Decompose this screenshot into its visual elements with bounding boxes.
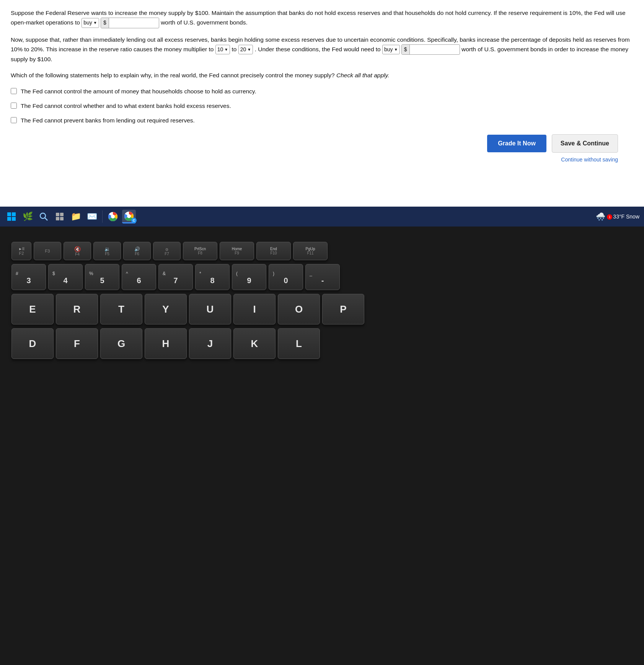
key-t[interactable]: T — [100, 294, 142, 324]
weather-text: 33°F Snow — [613, 214, 639, 220]
weather-icon: 🌨️ — [596, 212, 605, 221]
svg-point-13 — [127, 214, 131, 218]
key-f4[interactable]: 🔇 F4 — [64, 242, 91, 260]
leaf-taskbar-icon[interactable]: 🌿 — [21, 210, 34, 223]
svg-rect-8 — [56, 217, 59, 220]
key-minus[interactable]: _ - — [305, 264, 340, 290]
dollar-input-2[interactable]: $ — [401, 44, 460, 55]
key-l[interactable]: L — [278, 328, 320, 359]
key-f7[interactable]: ☼ F7 — [153, 242, 181, 260]
svg-point-11 — [111, 215, 115, 218]
taskbar: 🌿 📁 ✉️ — [0, 207, 644, 227]
key-6[interactable]: ^ 6 — [122, 264, 156, 290]
key-0[interactable]: ) 0 — [269, 264, 303, 290]
dropdown-buy1[interactable]: buy — [82, 18, 99, 28]
checkbox-label-2: The Fed cannot control whether and to wh… — [21, 101, 231, 111]
checkbox-label-1: The Fed cannot control the amount of mon… — [21, 87, 256, 96]
continue-without-saving-link[interactable]: Continue without saving — [11, 156, 633, 164]
search-taskbar-icon[interactable] — [37, 210, 51, 223]
checkbox-label-3: The Fed cannot prevent banks from lendin… — [21, 116, 195, 125]
dollar-field-1[interactable] — [109, 19, 159, 27]
checkbox-item-3: The Fed cannot prevent banks from lendin… — [11, 116, 633, 125]
chrome-taskbar-icon[interactable] — [106, 210, 120, 223]
checkboxes-section: The Fed cannot control the amount of mon… — [11, 87, 633, 125]
checkbox-1[interactable] — [11, 88, 17, 94]
svg-rect-7 — [60, 213, 64, 216]
content-area: Suppose the Federal Reserve wants to inc… — [0, 0, 644, 207]
paragraph-2: Now, suppose that, rather than immediate… — [11, 35, 633, 64]
key-f6[interactable]: 🔊 F6 — [123, 242, 151, 260]
key-r[interactable]: R — [56, 294, 98, 324]
para3-italic: Check all that apply. — [336, 72, 389, 78]
folder-taskbar-icon[interactable]: 📁 — [69, 210, 83, 223]
key-k[interactable]: K — [233, 328, 276, 359]
key-i[interactable]: I — [233, 294, 276, 324]
key-f3[interactable]: F3 — [34, 242, 61, 260]
key-e[interactable]: E — [11, 294, 54, 324]
key-8[interactable]: * 8 — [195, 264, 230, 290]
svg-point-4 — [40, 213, 46, 218]
chrome-badge: C — [131, 218, 137, 223]
key-f[interactable]: F — [56, 328, 98, 359]
key-p[interactable]: P — [322, 294, 364, 324]
key-h[interactable]: H — [145, 328, 187, 359]
svg-rect-1 — [12, 212, 16, 216]
apps-taskbar-icon[interactable] — [53, 210, 67, 223]
key-y[interactable]: Y — [145, 294, 187, 324]
key-f5[interactable]: 🔉 F5 — [93, 242, 121, 260]
key-f2[interactable]: ►II F2 — [11, 242, 31, 260]
checkbox-2[interactable] — [11, 103, 17, 109]
key-5[interactable]: % 5 — [85, 264, 119, 290]
key-d[interactable]: D — [11, 328, 54, 359]
svg-rect-2 — [7, 217, 11, 221]
para1-suffix: worth of U.S. government bonds. — [161, 19, 248, 26]
windows-taskbar-icon[interactable] — [5, 210, 18, 223]
svg-rect-6 — [56, 213, 59, 216]
svg-rect-3 — [12, 217, 16, 221]
dropdown-buy2[interactable]: buy — [382, 45, 399, 55]
home-row: D F G H J K L — [0, 328, 644, 359]
mail-taskbar-icon[interactable]: ✉️ — [85, 210, 99, 223]
key-9[interactable]: ( 9 — [232, 264, 266, 290]
paragraph-3: Which of the following statements help t… — [11, 71, 633, 80]
key-f9-home[interactable]: Home F9 — [220, 242, 254, 260]
svg-rect-0 — [7, 212, 11, 216]
key-4[interactable]: $ 4 — [48, 264, 83, 290]
key-3[interactable]: # 3 — [11, 264, 46, 290]
key-f8-prtscn[interactable]: PrtScn F8 — [183, 242, 217, 260]
grade-it-now-button[interactable]: Grade It Now — [487, 135, 546, 152]
svg-rect-9 — [60, 217, 64, 220]
para3-text: Which of the following statements help t… — [11, 72, 335, 78]
checkbox-item-2: The Fed cannot control whether and to wh… — [11, 101, 633, 111]
dropdown-from[interactable]: 10 — [215, 45, 230, 55]
checkbox-3[interactable] — [11, 117, 17, 123]
svg-line-5 — [45, 218, 48, 221]
key-u[interactable]: U — [189, 294, 231, 324]
number-row: # 3 $ 4 % 5 ^ 6 & 7 * 8 ( 9 ) 0 — [0, 264, 644, 290]
key-o[interactable]: O — [278, 294, 320, 324]
keyboard-area: ►II F2 F3 🔇 F4 🔉 F5 🔊 F6 ☼ F7 PrtScn F8 … — [0, 227, 644, 359]
dollar-input-1[interactable]: $ — [101, 18, 159, 28]
checkbox-item-1: The Fed cannot control the amount of mon… — [11, 87, 633, 96]
key-f10-end[interactable]: End F10 — [256, 242, 291, 260]
dollar-field-2[interactable] — [410, 46, 460, 54]
taskbar-divider-1 — [102, 210, 103, 223]
key-7[interactable]: & 7 — [158, 264, 193, 290]
taskbar-right: 🌨️ 1 33°F Snow — [596, 212, 639, 221]
para2-mid2: . Under these conditions, the Fed would … — [255, 46, 381, 52]
chrome-c-taskbar-icon[interactable]: C — [122, 210, 136, 223]
dropdown-to[interactable]: 20 — [238, 45, 253, 55]
key-g[interactable]: G — [100, 328, 142, 359]
buttons-row: Grade It Now Save & Continue — [11, 134, 633, 153]
save-continue-button[interactable]: Save & Continue — [552, 134, 618, 153]
fn-row: ►II F2 F3 🔇 F4 🔉 F5 🔊 F6 ☼ F7 PrtScn F8 … — [0, 242, 644, 260]
qwerty-row: E R T Y U I O P — [0, 294, 644, 324]
key-f11-pgup[interactable]: PgUp F11 — [293, 242, 328, 260]
para2-mid1: to — [232, 46, 237, 52]
paragraph-1: Suppose the Federal Reserve wants to inc… — [11, 8, 633, 28]
key-j[interactable]: J — [189, 328, 231, 359]
